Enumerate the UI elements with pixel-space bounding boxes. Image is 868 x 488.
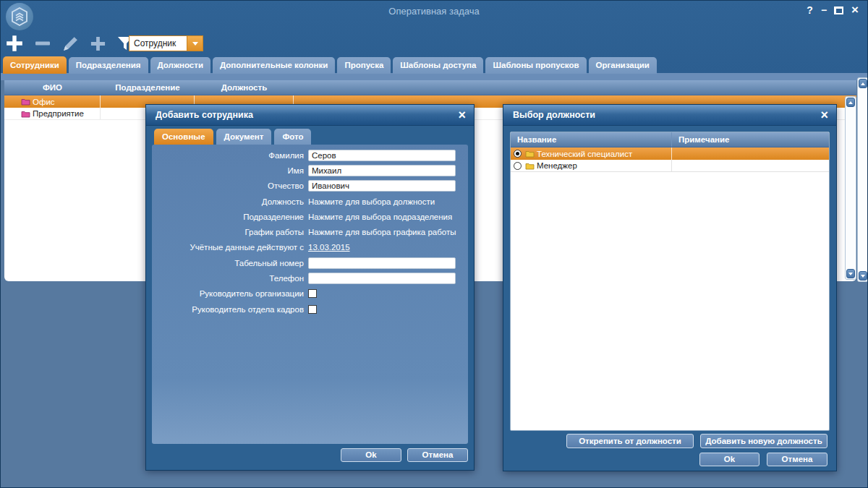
phone-label: Телефон	[152, 274, 308, 283]
cancel-button[interactable]: Отмена	[767, 453, 827, 466]
dialog-select-position: Выбор должности × Название Примечание Те…	[503, 104, 837, 471]
tab-main[interactable]: Основные	[154, 129, 213, 145]
dialog-title: Выбор должности	[513, 110, 595, 120]
ok-button[interactable]: Ok	[341, 448, 401, 462]
table-header: ФИО Подразделение Должность	[4, 80, 856, 95]
row-label: Офис	[33, 98, 55, 106]
position-note	[671, 147, 829, 160]
org-head-label: Руководитель организации	[152, 289, 308, 298]
position-name: Технический специалист	[537, 150, 632, 158]
cancel-button[interactable]: Отмена	[407, 448, 468, 462]
position-row-manager[interactable]: Менеджер	[511, 160, 829, 172]
scroll-up-icon[interactable]	[846, 98, 855, 107]
edit-icon[interactable]	[61, 35, 80, 53]
tab-pass-templates[interactable]: Шаблоны пропусков	[485, 57, 586, 74]
tab-extra-columns[interactable]: Дополнительные колонки	[213, 57, 335, 74]
help-button[interactable]: ?	[807, 4, 813, 16]
pink-folder-icon	[21, 98, 30, 106]
window-close-icon[interactable]: ×	[851, 4, 859, 16]
radio-selected-icon[interactable]	[514, 150, 522, 158]
employee-form: Фамилия Имя Отчество Должность Нажмите д…	[152, 145, 468, 444]
first-name-field[interactable]	[308, 165, 456, 176]
org-head-checkbox[interactable]	[308, 289, 317, 298]
remove-icon[interactable]	[34, 35, 51, 52]
main-tabs: Сотрудники Подразделения Должности Допол…	[3, 56, 657, 74]
column-header-fio[interactable]: ФИО	[4, 80, 101, 95]
tab-organizations[interactable]: Организации	[589, 57, 657, 74]
positions-list: Название Примечание Технический специали…	[510, 132, 830, 431]
column-header-note[interactable]: Примечание	[671, 132, 829, 147]
toolbar	[5, 33, 134, 53]
scroll-up-icon[interactable]	[859, 79, 867, 88]
row-label: Предприятие	[33, 109, 84, 118]
column-header-name[interactable]: Название	[511, 132, 671, 147]
credentials-date-label: Учётные данные действуют с	[152, 243, 308, 252]
dialog-add-employee: Добавить сотрудника × Основные Документ …	[145, 104, 475, 471]
window-scrollbar[interactable]	[857, 77, 868, 282]
position-label: Должность	[152, 197, 308, 206]
close-icon[interactable]: ×	[458, 107, 466, 123]
phone-field[interactable]	[308, 273, 456, 284]
position-name: Менеджер	[537, 161, 577, 170]
pink-folder-icon	[21, 110, 30, 118]
tab-employees[interactable]: Сотрудники	[3, 56, 67, 74]
tabstrip-underlay	[1, 73, 867, 80]
tab-passes[interactable]: Пропуска	[337, 57, 391, 74]
app-window: Оперативная задача ? − × Сотрудник Сотру…	[0, 0, 868, 488]
first-name-label: Имя	[152, 166, 308, 175]
add-icon[interactable]	[5, 34, 24, 53]
chevron-down-icon[interactable]	[187, 36, 203, 51]
table-scrollbar[interactable]	[845, 96, 856, 280]
restore-icon[interactable]	[835, 7, 843, 14]
dialog-title: Добавить сотрудника	[156, 110, 253, 120]
middle-name-field[interactable]	[308, 180, 456, 192]
dialog-title-bar: Выбор должности ×	[503, 105, 836, 126]
hr-head-label: Руководитель отдела кадров	[152, 305, 308, 314]
unpin-position-button[interactable]: Открепить от должности	[566, 434, 694, 448]
last-name-field[interactable]	[308, 150, 456, 161]
department-picker-link[interactable]: Нажмите для выбора подразделения	[308, 213, 452, 221]
entity-selector[interactable]: Сотрудник	[129, 35, 203, 51]
close-icon[interactable]: ×	[820, 107, 828, 123]
tab-document[interactable]: Документ	[216, 129, 272, 145]
scroll-down-icon[interactable]	[859, 271, 867, 281]
schedule-picker-link[interactable]: Нажмите для выбора графика работы	[308, 228, 456, 236]
tab-departments[interactable]: Подразделения	[69, 57, 148, 74]
tab-positions[interactable]: Должности	[150, 57, 210, 74]
position-row-tech-specialist[interactable]: Технический специалист	[511, 147, 829, 160]
schedule-label: График работы	[152, 228, 308, 236]
tab-photo[interactable]: Фото	[274, 129, 311, 145]
personnel-number-field[interactable]	[308, 257, 456, 269]
hr-head-checkbox[interactable]	[308, 305, 317, 314]
window-title: Оперативная задача	[1, 6, 867, 17]
yellow-folder-icon	[525, 162, 535, 170]
yellow-folder-icon	[525, 150, 535, 158]
column-header-position[interactable]: Должность	[195, 80, 294, 95]
radio-unselected-icon[interactable]	[514, 162, 522, 170]
ok-button[interactable]: Ok	[699, 453, 760, 466]
entity-selector-value: Сотрудник	[129, 36, 187, 51]
last-name-label: Фамилия	[152, 151, 308, 160]
position-picker-link[interactable]: Нажмите для выбора должности	[308, 197, 435, 206]
window-controls: ? − ×	[807, 4, 859, 16]
minimize-button[interactable]: −	[821, 4, 827, 16]
position-note	[671, 160, 829, 171]
department-label: Подразделение	[152, 213, 308, 221]
column-header-department[interactable]: Подразделение	[101, 80, 195, 95]
positions-list-header: Название Примечание	[511, 132, 829, 147]
tab-access-templates[interactable]: Шаблоны доступа	[393, 57, 483, 74]
add-new-position-button[interactable]: Добавить новую должность	[700, 434, 827, 448]
personnel-number-label: Табельный номер	[152, 259, 308, 267]
add-secondary-icon[interactable]	[90, 35, 106, 52]
employee-dialog-tabs: Основные Документ Фото	[154, 129, 311, 145]
scroll-down-icon[interactable]	[846, 269, 855, 278]
credentials-date-link[interactable]: 13.03.2015	[308, 243, 350, 252]
middle-name-label: Отчество	[152, 181, 308, 190]
dialog-title-bar: Добавить сотрудника ×	[146, 105, 474, 126]
